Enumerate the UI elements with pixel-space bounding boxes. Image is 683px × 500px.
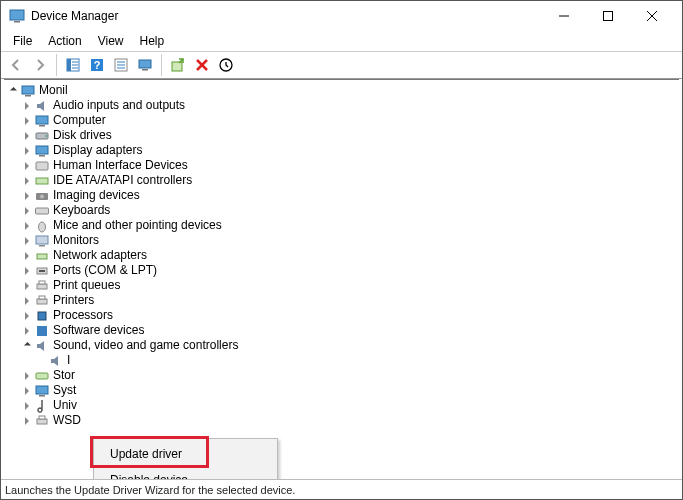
printer-icon xyxy=(34,293,50,309)
svg-rect-17 xyxy=(139,60,151,68)
svg-point-36 xyxy=(39,222,46,232)
imaging-icon xyxy=(34,188,50,204)
menu-disable-device[interactable]: Disable device xyxy=(96,467,275,479)
tree-item[interactable]: WSD xyxy=(6,413,679,428)
svg-rect-39 xyxy=(37,254,47,259)
svg-rect-50 xyxy=(39,395,45,397)
svg-rect-41 xyxy=(39,270,45,272)
expander-icon[interactable] xyxy=(20,294,34,308)
storage-icon xyxy=(34,368,50,384)
update-driver-icon[interactable] xyxy=(167,54,189,76)
svg-rect-19 xyxy=(172,62,182,71)
expander-icon[interactable] xyxy=(20,249,34,263)
tree-label: Syst xyxy=(53,383,76,398)
tree-item-sound[interactable]: Sound, video and game controllers xyxy=(6,338,679,353)
tree-label: IDE ATA/ATAPI controllers xyxy=(53,173,192,188)
help-icon[interactable]: ? xyxy=(86,54,108,76)
tree-item[interactable]: Monitors xyxy=(6,233,679,248)
expander-icon[interactable] xyxy=(20,114,34,128)
svg-rect-35 xyxy=(36,208,49,214)
expander-icon[interactable] xyxy=(20,204,34,218)
minimize-button[interactable] xyxy=(542,1,586,31)
svg-rect-45 xyxy=(39,296,45,299)
tree-item[interactable]: Univ xyxy=(6,398,679,413)
tree-label: Univ xyxy=(53,398,77,413)
tree-item[interactable]: Print queues xyxy=(6,278,679,293)
tree-item[interactable]: Human Interface Devices xyxy=(6,158,679,173)
properties-icon[interactable] xyxy=(110,54,132,76)
svg-rect-42 xyxy=(37,284,47,289)
expander-icon[interactable] xyxy=(20,279,34,293)
expander-icon[interactable] xyxy=(20,144,34,158)
tree-item[interactable]: Audio inputs and outputs xyxy=(6,98,679,113)
back-button[interactable] xyxy=(5,54,27,76)
tree-item[interactable]: IDE ATA/ATAPI controllers xyxy=(6,173,679,188)
expander-icon[interactable] xyxy=(20,189,34,203)
tree-item[interactable]: Keyboards xyxy=(6,203,679,218)
tree-item[interactable]: Mice and other pointing devices xyxy=(6,218,679,233)
processor-icon xyxy=(34,308,50,324)
tree-item[interactable]: Imaging devices xyxy=(6,188,679,203)
expander-icon[interactable] xyxy=(20,219,34,233)
status-text: Launches the Update Driver Wizard for th… xyxy=(5,484,295,496)
titlebar: Device Manager xyxy=(1,1,682,31)
expander-icon[interactable] xyxy=(20,159,34,173)
scan-hardware-icon[interactable] xyxy=(134,54,156,76)
tree-item-selected[interactable]: I xyxy=(6,353,679,368)
tree-label: Processors xyxy=(53,308,113,323)
wsd-icon xyxy=(34,413,50,429)
expander-icon[interactable] xyxy=(20,339,34,353)
close-button[interactable] xyxy=(630,1,674,31)
tree-label: Computer xyxy=(53,113,106,128)
tree-item[interactable]: Stor xyxy=(6,368,679,383)
svg-rect-3 xyxy=(604,12,613,21)
expander-icon[interactable] xyxy=(20,234,34,248)
tree-item[interactable]: Computer xyxy=(6,113,679,128)
tree-root[interactable]: Monil xyxy=(6,83,679,98)
tree-item[interactable]: Software devices xyxy=(6,323,679,338)
menu-file[interactable]: File xyxy=(5,32,40,50)
tree-item[interactable]: Syst xyxy=(6,383,679,398)
expander-icon[interactable] xyxy=(20,324,34,338)
svg-rect-49 xyxy=(36,386,48,394)
expander-icon[interactable] xyxy=(20,264,34,278)
device-tree-panel: Monil Audio inputs and outputs Computer … xyxy=(4,79,679,479)
expander-icon[interactable] xyxy=(20,399,34,413)
forward-button[interactable] xyxy=(29,54,51,76)
menu-help[interactable]: Help xyxy=(132,32,173,50)
expander-icon[interactable] xyxy=(20,174,34,188)
toolbar-separator xyxy=(161,54,162,76)
tree-item[interactable]: Ports (COM & LPT) xyxy=(6,263,679,278)
tree-item[interactable]: Printers xyxy=(6,293,679,308)
expander-icon[interactable] xyxy=(20,384,34,398)
show-hidden-icon[interactable] xyxy=(62,54,84,76)
menu-update-driver[interactable]: Update driver xyxy=(96,441,275,467)
menu-view[interactable]: View xyxy=(90,32,132,50)
expander-icon[interactable] xyxy=(20,129,34,143)
uninstall-icon[interactable] xyxy=(191,54,213,76)
expander-icon[interactable] xyxy=(20,369,34,383)
enable-icon[interactable] xyxy=(215,54,237,76)
expander-icon[interactable] xyxy=(20,99,34,113)
usb-icon xyxy=(34,398,50,414)
app-icon xyxy=(9,8,25,24)
tree-label: Disk drives xyxy=(53,128,112,143)
tree-label: Sound, video and game controllers xyxy=(53,338,238,353)
network-icon xyxy=(34,248,50,264)
tree-label: Software devices xyxy=(53,323,144,338)
expander-icon[interactable] xyxy=(20,309,34,323)
sound-device-icon xyxy=(48,353,64,369)
tree-item[interactable]: Display adapters xyxy=(6,143,679,158)
device-tree[interactable]: Monil Audio inputs and outputs Computer … xyxy=(4,80,679,428)
device-manager-window: Device Manager File Action View Help ? M… xyxy=(0,0,683,500)
tree-item[interactable]: Disk drives xyxy=(6,128,679,143)
maximize-button[interactable] xyxy=(586,1,630,31)
tree-label: Imaging devices xyxy=(53,188,140,203)
tree-item[interactable]: Processors xyxy=(6,308,679,323)
expander-icon[interactable] xyxy=(20,414,34,428)
expander-icon[interactable] xyxy=(6,84,20,98)
menu-action[interactable]: Action xyxy=(40,32,89,50)
svg-rect-48 xyxy=(36,373,48,379)
tree-item[interactable]: Network adapters xyxy=(6,248,679,263)
tree-label: Printers xyxy=(53,293,94,308)
